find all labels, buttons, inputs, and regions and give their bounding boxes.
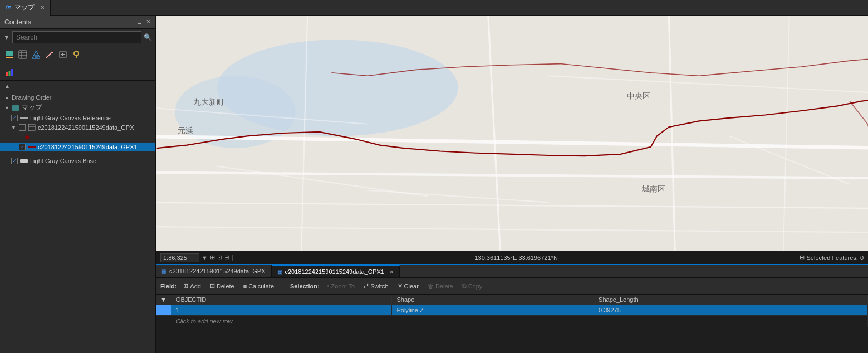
grid-icon[interactable]: ⊞ [224,254,229,261]
col-shape[interactable]: Shape [392,295,594,305]
search-filter-button[interactable]: ▼ [3,33,10,41]
coordinates-display: 130.3611135°E 33.6196721°N [242,254,791,261]
search-input[interactable] [12,31,141,43]
col-objectid[interactable]: OBJECTID [171,295,392,305]
sketch-icon[interactable] [43,48,56,61]
row-shape[interactable]: Polyline Z [392,305,594,316]
feature-layer-icon[interactable] [3,48,16,61]
panel-tab-gpx1-icon: ▦ [277,269,282,275]
svg-text:中央区: 中央区 [627,91,650,100]
layer-gpx-group[interactable]: ▼ c20181224215901​15249data_GPX [0,122,155,133]
pin-icon[interactable]: 🗕 [136,18,143,26]
zoom-to-label: Zoom To [331,283,355,290]
layer-style-icon[interactable] [30,48,42,61]
close-icon[interactable]: ✕ [146,18,151,26]
map-tab-icon: 🗺 [6,4,11,11]
delete-row-label: Delete [435,283,453,290]
scale-icons: ⊞ ⊡ ⊞ | [210,254,233,261]
gpx-group-checkbox[interactable] [19,124,26,131]
svg-rect-1 [6,57,13,58]
col-shape-length[interactable]: Shape_Length [594,295,868,305]
bookmarks-icon[interactable]: ⊡ [217,254,222,261]
chart-icon[interactable] [3,66,16,78]
add-layer-icon[interactable] [57,48,69,61]
table-container: ▼ OBJECTID Shape Shape_Length 1 Polyline… [156,295,868,353]
gpx1-label: c20181224215901​15249data_GPX1 [38,144,138,150]
layer-lgcr[interactable]: Light Gray Canvas Reference [0,114,155,122]
map-view[interactable]: 粕屋町 九大新町 元浜 中央区 城南区 [156,16,868,251]
svg-rect-20 [28,124,35,131]
attribute-table: ▼ OBJECTID Shape Shape_Length 1 Polyline… [156,295,868,327]
scale-input[interactable] [160,253,199,262]
gpx-sub-indicator: ● [0,133,155,143]
selected-features-icon: ⊞ [800,254,805,261]
standalone-table-icon[interactable] [17,48,29,61]
layer-gpx1[interactable]: c20181224215901​15249data_GPX1 [0,143,155,151]
svg-rect-2 [19,51,27,58]
sidebar: Contents 🗕 ✕ ▼ 🔍 [0,16,156,353]
map-tab[interactable]: 🗺 マップ ✕ [0,0,51,16]
sidebar-toolbar [0,46,155,63]
drawing-order-label: Drawing Order [0,93,155,102]
sidebar-title: Contents [4,18,31,26]
toolbar-sep-1 [283,281,283,291]
row-shape-length[interactable]: 0.39275 [594,305,868,316]
search-button[interactable]: 🔍 [144,33,152,41]
lgcb-checkbox[interactable] [11,158,18,164]
gpx1-line-icon [28,145,36,149]
switch-label: Switch [370,283,388,290]
svg-text:九大新町: 九大新町 [193,97,224,106]
svg-rect-18 [12,105,19,111]
clear-button[interactable]: ✕ Clear [395,281,421,291]
map-root-label: マップ [22,103,42,112]
svg-line-8 [46,52,52,58]
layer-lgcb[interactable]: Light Gray Canvas Base [0,156,155,165]
switch-button[interactable]: ⇄ Switch [361,281,390,291]
row-objectid[interactable]: 1 [171,305,392,316]
copy-label: Copy [468,283,483,290]
collapse-arrow[interactable]: ▲ [0,81,155,91]
gpx-expand-icon: ▼ [11,125,17,130]
svg-rect-16 [9,71,11,76]
lgcr-icon [20,116,28,120]
add-row-text[interactable]: Click to add new row. [171,316,867,327]
delete-field-label: Delete [217,283,234,290]
calculate-button[interactable]: ≡ Calculate [241,282,276,291]
map-tab-close[interactable]: ✕ [40,4,45,11]
layer-tree: Drawing Order ▼ マップ Light Gray Canvas Re… [0,91,155,353]
col-sort-indicator[interactable]: ▼ [156,295,171,305]
frame-icon[interactable]: ⊞ [210,254,215,261]
delete-row-button[interactable]: 🗑 Delete [425,282,455,291]
svg-text:元浜: 元浜 [178,126,194,135]
svg-text:城南区: 城南区 [641,184,665,193]
sidebar-header: Contents 🗕 ✕ [0,16,155,29]
panel-tabs: ▦ c20181224215901​15249data_GPX ▦ c20181… [156,265,868,278]
panel-tab-gpx1[interactable]: ▦ c20181224215901​15249data_GPX1 ✕ [272,265,400,277]
delete-field-button[interactable]: ⊡ Delete [208,281,237,291]
delete-row-icon: 🗑 [428,283,434,290]
zoom-to-icon: ⌖ [326,282,330,290]
svg-rect-17 [11,69,13,76]
row-selector [156,305,171,316]
panel-tab-gpx-label: c20181224215901​15249data_GPX [169,268,266,274]
panel-tab-gpx[interactable]: ▦ c20181224215901​15249data_GPX [156,265,272,277]
svg-rect-0 [6,51,13,56]
svg-rect-19 [20,117,28,119]
copy-button[interactable]: ⧉ Copy [460,281,485,291]
add-field-label: Add [190,283,201,290]
panel-tab-gpx1-close[interactable]: ✕ [389,269,394,275]
gpx-group-icon [28,124,36,131]
table-toolbar: Field: ⊞ Add ⊡ Delete ≡ Calculate Select… [156,278,868,295]
bottom-panel: ▦ c20181224215901​15249data_GPX ▦ c20181… [156,264,868,353]
gpx1-checkbox[interactable] [19,144,26,150]
zoom-to-button[interactable]: ⌖ Zoom To [324,281,357,291]
locator-icon[interactable] [70,48,82,61]
switch-icon: ⇄ [364,282,369,290]
scale-dropdown-icon[interactable]: ▼ [202,254,208,261]
map-expand-icon: ▼ [4,105,9,111]
map-root-item[interactable]: ▼ マップ [0,102,155,114]
table-row[interactable]: 1 Polyline Z 0.39275 [156,305,868,316]
add-field-button[interactable]: ⊞ Add [181,281,203,291]
lgcr-checkbox[interactable] [11,115,18,121]
svg-rect-23 [20,159,28,163]
